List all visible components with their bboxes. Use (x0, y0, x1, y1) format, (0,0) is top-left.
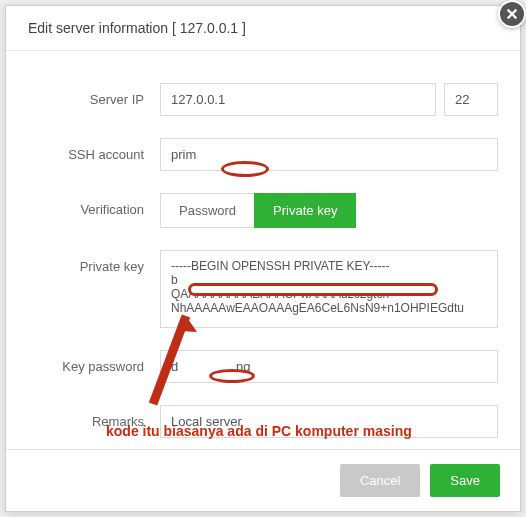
server-ip-label: Server IP (28, 83, 160, 107)
modal-footer: Cancel Save (6, 449, 520, 511)
remarks-input[interactable] (160, 405, 498, 438)
key-password-label: Key password (28, 350, 160, 374)
private-key-row: Private key (28, 250, 498, 328)
server-ip-row: Server IP (28, 83, 498, 116)
key-password-row: Key password (28, 350, 498, 383)
private-key-label: Private key (28, 250, 160, 274)
ssh-account-input[interactable] (160, 138, 498, 171)
ssh-account-row: SSH account (28, 138, 498, 171)
tab-private-key[interactable]: Private key (254, 193, 356, 228)
edit-server-modal: Edit server information [ 127.0.0.1 ] Se… (5, 5, 521, 512)
remarks-label: Remarks (28, 405, 160, 429)
modal-title: Edit server information [ 127.0.0.1 ] (28, 20, 246, 36)
close-icon (505, 7, 519, 21)
close-button[interactable] (498, 0, 526, 28)
server-port-input[interactable] (444, 83, 498, 116)
modal-header: Edit server information [ 127.0.0.1 ] (6, 6, 520, 51)
save-button[interactable]: Save (430, 464, 500, 497)
verification-row: Verification Password Private key (28, 193, 498, 228)
key-password-input[interactable] (160, 350, 498, 383)
remarks-row: Remarks (28, 405, 498, 438)
server-ip-input[interactable] (160, 83, 436, 116)
tab-password[interactable]: Password (160, 193, 255, 228)
cancel-button[interactable]: Cancel (340, 464, 420, 497)
verification-label: Verification (28, 193, 160, 217)
private-key-textarea[interactable] (160, 250, 498, 328)
verification-tabs: Password Private key (160, 193, 356, 228)
modal-body: Server IP SSH account Verification Passw… (6, 51, 520, 441)
ssh-account-label: SSH account (28, 138, 160, 162)
